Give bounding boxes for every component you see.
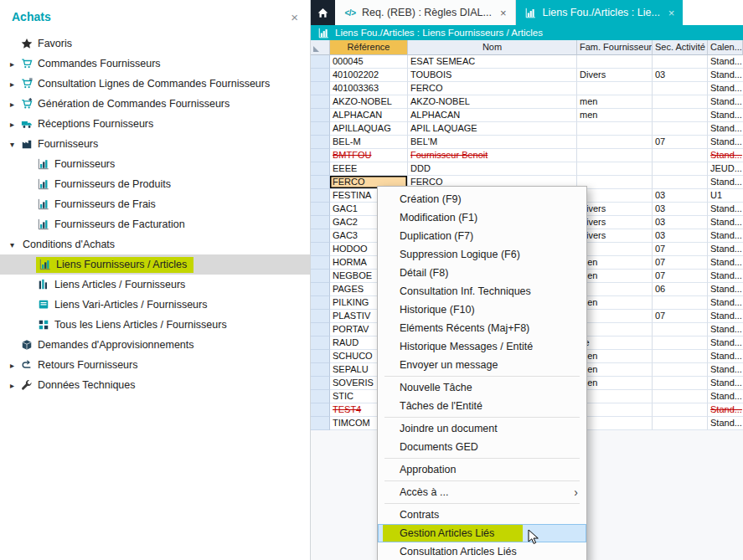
- cell-calendrier[interactable]: Stand...: [708, 417, 743, 430]
- expand-arrow-icon[interactable]: ▾: [5, 240, 19, 249]
- menu-item[interactable]: Suppression Logique (F6): [378, 245, 586, 264]
- cell-calendrier[interactable]: Stand...: [708, 216, 743, 229]
- cell-nom[interactable]: Fournisseur Benoit: [408, 149, 577, 162]
- expand-arrow-icon[interactable]: ▸: [5, 100, 19, 109]
- cell-fam-fournisseur[interactable]: [577, 176, 653, 189]
- row-selector-cell[interactable]: [311, 363, 330, 377]
- menu-item[interactable]: Détail (F8): [378, 264, 586, 282]
- cell-calendrier[interactable]: JEUD...: [708, 162, 743, 176]
- cell-reference[interactable]: 401003363: [330, 82, 408, 95]
- menu-item[interactable]: Consultation Articles Liés: [378, 542, 586, 560]
- row-selector-cell[interactable]: [311, 109, 330, 122]
- sidebar-item[interactable]: Fournisseurs de Produits: [0, 174, 310, 194]
- cell-fam-fournisseur[interactable]: [577, 243, 653, 256]
- cell-sec-activite[interactable]: [653, 350, 708, 363]
- expand-arrow-icon[interactable]: ▸: [5, 59, 19, 69]
- row-selector-cell[interactable]: [311, 403, 330, 417]
- cell-calendrier[interactable]: Stand...: [708, 337, 743, 350]
- row-selector-cell[interactable]: [311, 95, 330, 109]
- sidebar-item[interactable]: ▸Réceptions Fournisseurs: [0, 114, 310, 134]
- cell-sec-activite[interactable]: 06: [653, 283, 708, 296]
- cell-fam-fournisseur[interactable]: [577, 55, 653, 69]
- row-selector-cell[interactable]: [311, 417, 330, 430]
- expand-arrow-icon[interactable]: ▸: [5, 80, 19, 89]
- cell-calendrier[interactable]: Stand...: [708, 270, 743, 283]
- cell-calendrier[interactable]: Stand...: [708, 256, 743, 270]
- row-selector-cell[interactable]: [311, 69, 330, 82]
- cell-nom[interactable]: BEL'M: [408, 136, 577, 149]
- expand-arrow-icon[interactable]: ▸: [5, 361, 19, 370]
- table-row[interactable]: APILLAQUAGAPIL LAQUAGEStand...: [311, 122, 743, 136]
- cell-calendrier[interactable]: Stand...: [708, 323, 743, 337]
- cell-fam-fournisseur[interactable]: Divers: [577, 203, 653, 216]
- cell-fam-fournisseur[interactable]: men: [577, 296, 653, 310]
- menu-item[interactable]: Nouvelle Tâche: [378, 378, 586, 397]
- cell-sec-activite[interactable]: [653, 296, 708, 310]
- menu-item[interactable]: Duplication (F7): [378, 227, 586, 245]
- cell-fam-fournisseur[interactable]: [577, 310, 653, 323]
- row-selector-cell[interactable]: [311, 149, 330, 162]
- cell-sec-activite[interactable]: [653, 162, 708, 176]
- table-row[interactable]: BMTFOUFournisseur BenoitStand...: [311, 149, 743, 162]
- cell-calendrier[interactable]: U1: [708, 189, 743, 203]
- row-selector-cell[interactable]: [311, 82, 330, 95]
- cell-sec-activite[interactable]: [653, 82, 708, 95]
- cell-nom[interactable]: ALPHACAN: [408, 109, 577, 122]
- cell-sec-activite[interactable]: 07: [653, 310, 708, 323]
- cell-sec-activite[interactable]: [653, 377, 708, 390]
- cell-sec-activite[interactable]: 03: [653, 203, 708, 216]
- row-selector-cell[interactable]: [311, 189, 330, 203]
- cell-sec-activite[interactable]: [653, 390, 708, 403]
- row-selector-cell[interactable]: [311, 296, 330, 310]
- cell-sec-activite[interactable]: 07: [653, 136, 708, 149]
- expand-arrow-icon[interactable]: ▸: [5, 381, 19, 390]
- sidebar-item[interactable]: ▾Conditions d'Achats: [0, 234, 310, 254]
- row-selector-cell[interactable]: [311, 122, 330, 136]
- menu-item[interactable]: Tâches de l'Entité: [378, 397, 586, 415]
- column-header[interactable]: Sec. Activité: [653, 40, 708, 55]
- cell-fam-fournisseur[interactable]: [577, 390, 653, 403]
- cell-sec-activite[interactable]: 03: [653, 216, 708, 229]
- cell-calendrier[interactable]: Stand...: [708, 350, 743, 363]
- row-selector-cell[interactable]: [311, 283, 330, 296]
- cell-reference[interactable]: ALPHACAN: [330, 109, 408, 122]
- expand-arrow-icon[interactable]: ▸: [5, 120, 19, 129]
- menu-item[interactable]: Historique (F10): [378, 301, 586, 319]
- cell-nom[interactable]: ESAT SEMEAC: [408, 55, 577, 69]
- menu-item[interactable]: Accès à ...›: [378, 483, 586, 501]
- row-selector-cell[interactable]: [311, 323, 330, 337]
- row-selector-cell[interactable]: [311, 270, 330, 283]
- cell-fam-fournisseur[interactable]: [577, 82, 653, 95]
- cell-fam-fournisseur[interactable]: Divers: [577, 229, 653, 243]
- cell-sec-activite[interactable]: [653, 149, 708, 162]
- sidebar-item[interactable]: Liens Vari-Articles / Fournisseurs: [0, 295, 310, 315]
- cell-sec-activite[interactable]: [653, 109, 708, 122]
- cell-sec-activite[interactable]: [653, 122, 708, 136]
- column-header[interactable]: Nom: [408, 40, 577, 55]
- table-row[interactable]: 401002202TOUBOISDivers03Stand...: [311, 69, 743, 82]
- cell-calendrier[interactable]: Stand...: [708, 283, 743, 296]
- sidebar-item[interactable]: Fournisseurs de Frais: [0, 194, 310, 214]
- sidebar-item[interactable]: Fournisseurs: [0, 154, 310, 174]
- row-selector-cell[interactable]: [311, 136, 330, 149]
- table-row[interactable]: ALPHACANALPHACANmenStand...: [311, 109, 743, 122]
- cell-fam-fournisseur[interactable]: [577, 136, 653, 149]
- cell-nom[interactable]: TOUBOIS: [408, 69, 577, 82]
- row-selector-cell[interactable]: [311, 203, 330, 216]
- cell-calendrier[interactable]: Stand...: [708, 69, 743, 82]
- cell-sec-activite[interactable]: [653, 417, 708, 430]
- cell-sec-activite[interactable]: [653, 337, 708, 350]
- cell-nom[interactable]: AKZO-NOBEL: [408, 95, 577, 109]
- tab[interactable]: </>Req. (REB) : Règles DIAL...×: [335, 0, 516, 25]
- cell-sec-activite[interactable]: [653, 55, 708, 69]
- cell-fam-fournisseur[interactable]: [577, 189, 653, 203]
- sidebar-item[interactable]: ▸Données Techniques: [0, 375, 310, 395]
- cell-sec-activite[interactable]: 07: [653, 243, 708, 256]
- table-row[interactable]: AKZO-NOBELAKZO-NOBELmenStand...: [311, 95, 743, 109]
- table-row[interactable]: EEEEDDDJEUD...: [311, 162, 743, 176]
- cell-calendrier[interactable]: Stand...: [708, 377, 743, 390]
- sidebar-item[interactable]: Fournisseurs de Facturation: [0, 214, 310, 234]
- cell-fam-fournisseur[interactable]: [577, 323, 653, 337]
- cell-sec-activite[interactable]: [653, 323, 708, 337]
- row-selector-cell[interactable]: [311, 390, 330, 403]
